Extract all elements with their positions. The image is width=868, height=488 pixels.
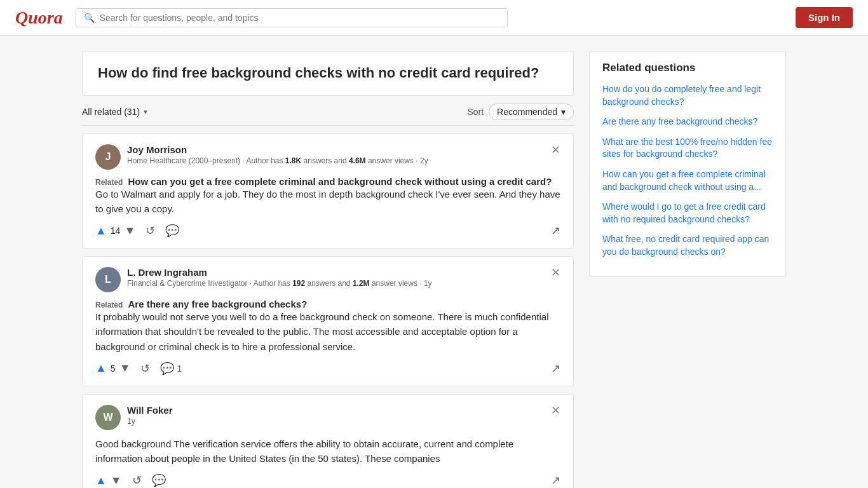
related-questions-title: Related questions	[602, 62, 773, 74]
vote-section: ▲ ▼	[95, 474, 122, 487]
action-bar: ▲ ▼ ↺ 💬 ↗	[95, 473, 560, 487]
vote-count: 5	[111, 363, 116, 374]
answers-header: All related (31) ▾ Sort Recommended ▾	[82, 96, 574, 126]
upvote-button[interactable]: ▲	[95, 362, 107, 375]
related-question-block: Related Are there any free background ch…	[95, 299, 560, 309]
header-right: Sign In	[796, 7, 853, 28]
author-info: Joy Morrison Home Healthcare (2000–prese…	[127, 144, 428, 165]
header: Quora 🔍 Sign In	[0, 0, 868, 36]
action-bar: ▲ 14 ▼ ↺ 💬 ↗	[95, 224, 560, 238]
answer-text: Go to Walmart and apply for a job. They …	[95, 187, 560, 217]
vote-section: ▲ 5 ▼	[95, 362, 130, 375]
author-meta: Financial & Cybercrime Investigator · Au…	[127, 279, 432, 288]
answer-card: J Joy Morrison Home Healthcare (2000–pre…	[82, 133, 574, 249]
related-question-item: What are the best 100% free/no hidden fe…	[602, 136, 773, 161]
related-question-item: What free, no credit card required app c…	[602, 233, 773, 258]
recommended-label: Recommended	[497, 107, 557, 117]
related-question-text: Are there any free background checks?	[128, 299, 308, 309]
search-input[interactable]	[100, 13, 499, 23]
avatar: J	[95, 144, 121, 170]
sort-label: Sort	[467, 107, 484, 117]
author-name[interactable]: L. Drew Ingraham	[127, 267, 432, 278]
related-question-link[interactable]: What are the best 100% free/no hidden fe…	[602, 137, 772, 159]
related-question-link[interactable]: Where would I go to get a free credit ca…	[602, 201, 766, 224]
related-question-item: How can you get a free complete criminal…	[602, 168, 773, 193]
search-bar: 🔍	[76, 8, 508, 27]
upvote-button[interactable]: ▲	[95, 224, 107, 238]
author-meta: 1y	[127, 417, 173, 426]
related-question-link[interactable]: Are there any free background checks?	[602, 116, 757, 126]
author-name[interactable]: Joy Morrison	[127, 144, 428, 155]
author-left: L L. Drew Ingraham Financial & Cybercrim…	[95, 267, 432, 292]
close-answer-button[interactable]: ✕	[551, 405, 560, 416]
chevron-down-icon: ▾	[561, 107, 566, 117]
share-button[interactable]: ↺	[140, 362, 150, 376]
answer-card: W Will Foker 1y ✕ Good background The ve…	[82, 394, 574, 488]
quora-logo[interactable]: Quora	[15, 8, 63, 28]
action-bar: ▲ 5 ▼ ↺ 💬 1 ↗	[95, 362, 560, 376]
related-question-block: Related How can you get a free complete …	[95, 176, 560, 187]
author-left: W Will Foker 1y	[95, 405, 173, 430]
search-icon: 🔍	[84, 13, 95, 23]
comment-section: 💬 1	[160, 362, 182, 376]
all-related-dropdown[interactable]: All related (31) ▾	[82, 107, 147, 117]
author-left: J Joy Morrison Home Healthcare (2000–pre…	[95, 144, 428, 170]
related-badge: Related	[95, 178, 123, 187]
related-question-link[interactable]: How do you do completely free and legit …	[602, 84, 761, 107]
share-button[interactable]: ↺	[132, 473, 142, 487]
related-question-item: How do you do completely free and legit …	[602, 83, 773, 108]
upvote-button[interactable]: ▲	[95, 474, 107, 487]
all-related-label: All related (31)	[82, 107, 140, 117]
sign-in-button[interactable]: Sign In	[796, 7, 853, 28]
comment-button[interactable]: 💬	[165, 224, 179, 238]
question-title: How do find free background checks with …	[98, 64, 558, 83]
page-container: How do find free background checks with …	[72, 36, 796, 488]
author-row: L L. Drew Ingraham Financial & Cybercrim…	[95, 267, 560, 292]
answer-text: Good background The verification service…	[95, 437, 560, 466]
answer-text: It probably would not serve you well to …	[95, 309, 560, 354]
downvote-button[interactable]: ▼	[119, 362, 131, 375]
close-answer-button[interactable]: ✕	[551, 267, 560, 278]
related-question-text: How can you get a free complete criminal…	[128, 176, 552, 187]
close-answer-button[interactable]: ✕	[551, 144, 560, 156]
question-block: How do find free background checks with …	[82, 51, 574, 96]
author-name[interactable]: Will Foker	[127, 405, 173, 416]
related-question-link[interactable]: What free, no credit card required app c…	[602, 234, 769, 257]
chevron-down-icon: ▾	[144, 107, 147, 116]
vote-section: ▲ 14 ▼	[95, 224, 135, 238]
author-row: W Will Foker 1y ✕	[95, 405, 560, 430]
comment-button[interactable]: 💬	[160, 362, 174, 376]
downvote-button[interactable]: ▼	[111, 474, 122, 487]
avatar: W	[95, 405, 121, 430]
comment-button[interactable]: 💬	[152, 473, 166, 487]
vote-count: 14	[111, 226, 121, 236]
external-share-button[interactable]: ↗	[551, 224, 560, 238]
related-question-item: Are there any free background checks?	[602, 116, 773, 128]
sort-dropdown[interactable]: Recommended ▾	[489, 104, 574, 120]
avatar: L	[95, 267, 121, 292]
downvote-button[interactable]: ▼	[124, 224, 135, 238]
sidebar: Related questions How do you do complete…	[589, 51, 786, 488]
related-questions-box: Related questions How do you do complete…	[589, 51, 786, 277]
answer-card: L L. Drew Ingraham Financial & Cybercrim…	[82, 256, 574, 386]
external-share-button[interactable]: ↗	[551, 362, 560, 376]
related-badge: Related	[95, 301, 123, 309]
author-row: J Joy Morrison Home Healthcare (2000–pre…	[95, 144, 560, 170]
sort-section: Sort Recommended ▾	[467, 104, 574, 120]
comment-count: 1	[177, 363, 182, 374]
author-meta: Home Healthcare (2000–present) · Author …	[127, 156, 428, 165]
author-info: L. Drew Ingraham Financial & Cybercrime …	[127, 267, 432, 288]
related-question-item: Where would I go to get a free credit ca…	[602, 201, 773, 226]
author-info: Will Foker 1y	[127, 405, 173, 426]
main-content: How do find free background checks with …	[82, 51, 574, 488]
share-button[interactable]: ↺	[146, 224, 155, 238]
related-question-link[interactable]: How can you get a free complete criminal…	[602, 169, 766, 192]
external-share-button[interactable]: ↗	[551, 473, 560, 487]
